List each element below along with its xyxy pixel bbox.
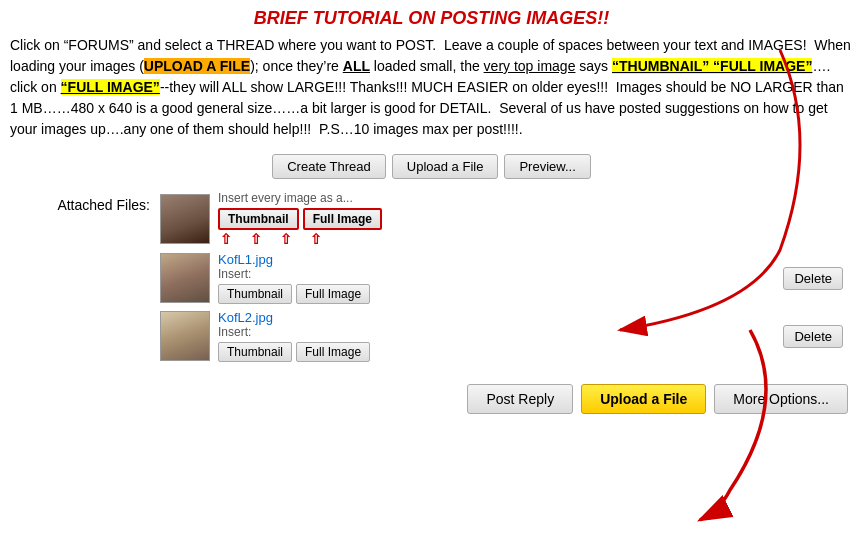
full-image-button-3[interactable]: Full Image bbox=[296, 342, 370, 362]
post-reply-button[interactable]: Post Reply bbox=[467, 384, 573, 414]
insert-label-3: Insert: bbox=[218, 325, 775, 339]
more-options-button[interactable]: More Options... bbox=[714, 384, 848, 414]
file-info-1: Insert every image as a... Thumbnail Ful… bbox=[218, 191, 853, 246]
file-thumbnail-2 bbox=[160, 253, 210, 303]
thumbnail-button-2[interactable]: Thumbnail bbox=[218, 284, 292, 304]
arrow-up-4: ⇧ bbox=[310, 232, 322, 246]
thumbnail-button-3[interactable]: Thumbnail bbox=[218, 342, 292, 362]
file-info-3: KofL2.jpg Insert: Thumbnail Full Image bbox=[218, 310, 775, 362]
file-thumbnail-3 bbox=[160, 311, 210, 361]
preview-button[interactable]: Preview... bbox=[504, 154, 590, 179]
highlight-thumbnail-full: “THUMBNAIL” “FULL IMAGE” bbox=[612, 58, 812, 74]
arrow-up-2: ⇧ bbox=[250, 232, 262, 246]
bottom-action-bar: Post Reply Upload a File More Options... bbox=[0, 374, 863, 424]
file-info-2: KofL1.jpg Insert: Thumbnail Full Image bbox=[218, 252, 775, 304]
table-row: Insert every image as a... Thumbnail Ful… bbox=[160, 191, 853, 246]
insert-buttons-2: Thumbnail Full Image bbox=[218, 284, 775, 304]
arrow-up-1: ⇧ bbox=[220, 232, 232, 246]
file-name-3[interactable]: KofL2.jpg bbox=[218, 310, 775, 325]
attached-files-label: Attached Files: bbox=[30, 191, 150, 213]
file-thumbnail-1 bbox=[160, 194, 210, 244]
insert-buttons-3: Thumbnail Full Image bbox=[218, 342, 775, 362]
file-placeholder-text: Insert every image as a... bbox=[218, 191, 853, 205]
table-row: KofL1.jpg Insert: Thumbnail Full Image D… bbox=[160, 252, 853, 304]
table-row: KofL2.jpg Insert: Thumbnail Full Image D… bbox=[160, 310, 853, 362]
full-image-button-2[interactable]: Full Image bbox=[296, 284, 370, 304]
create-thread-button[interactable]: Create Thread bbox=[272, 154, 386, 179]
highlight-full-image: “FULL IMAGE” bbox=[61, 79, 160, 95]
insert-label-2: Insert: bbox=[218, 267, 775, 281]
all-underline: ALL bbox=[343, 58, 370, 74]
files-list: Insert every image as a... Thumbnail Ful… bbox=[160, 191, 853, 362]
tutorial-title-bar: BRIEF TUTORIAL ON POSTING IMAGES!! bbox=[0, 0, 863, 35]
upload-file-button[interactable]: Upload a File bbox=[392, 154, 499, 179]
arrow-up-3: ⇧ bbox=[280, 232, 292, 246]
toolbar: Create Thread Upload a File Preview... bbox=[0, 148, 863, 187]
arrow-markers: ⇧ ⇧ ⇧ ⇧ bbox=[218, 232, 853, 246]
upload-file-bottom-button[interactable]: Upload a File bbox=[581, 384, 706, 414]
very-top-image: very top image bbox=[484, 58, 576, 74]
file-name-2[interactable]: KofL1.jpg bbox=[218, 252, 775, 267]
highlight-upload: UPLOAD A FILE bbox=[144, 58, 250, 74]
attached-files-section: Attached Files: Insert every image as a.… bbox=[0, 187, 863, 366]
thumbnail-button-1[interactable]: Thumbnail bbox=[218, 208, 299, 230]
page-title: BRIEF TUTORIAL ON POSTING IMAGES!! bbox=[254, 8, 609, 28]
full-image-button-1[interactable]: Full Image bbox=[303, 208, 382, 230]
delete-button-2[interactable]: Delete bbox=[783, 267, 843, 290]
insert-buttons-1: Thumbnail Full Image bbox=[218, 208, 853, 230]
main-paragraph: Click on “FORUMS” and select a THREAD wh… bbox=[0, 35, 863, 148]
delete-button-3[interactable]: Delete bbox=[783, 325, 843, 348]
